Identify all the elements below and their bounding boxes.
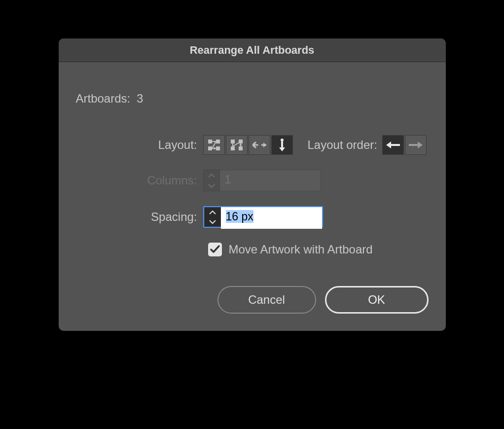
svg-rect-2 xyxy=(208,146,212,150)
spacing-input[interactable]: 16 px xyxy=(221,207,322,229)
spacing-row: Spacing: 16 px xyxy=(76,206,429,228)
columns-input-group: 1 xyxy=(203,170,321,191)
layout-order-ltr-button[interactable] xyxy=(382,135,404,155)
columns-row: Columns: 1 xyxy=(76,170,429,191)
move-artwork-row: Move Artwork with Artboard xyxy=(208,243,429,256)
grid-z-icon xyxy=(208,139,220,151)
rearrange-artboards-dialog: Rearrange All Artboards Artboards: 3 Lay… xyxy=(59,38,446,331)
columns-input: 1 xyxy=(220,170,321,191)
layout-arrange-by-column-button[interactable] xyxy=(271,135,293,155)
dialog-buttons: Cancel OK xyxy=(76,286,429,314)
layout-order-rtl-button[interactable] xyxy=(405,135,427,155)
dialog-content: Artboards: 3 Layout: xyxy=(59,62,446,331)
spacing-stepper[interactable] xyxy=(204,207,221,227)
grid-n-icon xyxy=(230,139,243,151)
ok-button[interactable]: OK xyxy=(325,286,429,314)
layout-order-group xyxy=(382,135,427,155)
svg-rect-0 xyxy=(208,140,212,143)
dialog-titlebar: Rearrange All Artboards xyxy=(59,38,446,62)
chevron-down-icon xyxy=(208,184,215,188)
columns-stepper xyxy=(203,170,220,191)
spacing-value: 16 px xyxy=(226,210,253,223)
artboards-label: Artboards: xyxy=(76,92,131,105)
svg-rect-4 xyxy=(231,140,235,143)
svg-rect-7 xyxy=(239,146,243,150)
layout-grid-by-row-button[interactable] xyxy=(203,135,225,155)
spacing-stepper-down[interactable] xyxy=(205,217,220,226)
artboards-count-row: Artboards: 3 xyxy=(76,92,429,106)
layout-row: Layout: xyxy=(76,135,429,155)
chevron-up-icon xyxy=(208,174,215,178)
arrow-left-right-icon xyxy=(252,141,266,149)
layout-grid-by-column-button[interactable] xyxy=(226,135,248,155)
chevron-down-icon xyxy=(209,220,216,224)
move-artwork-checkbox[interactable] xyxy=(208,243,222,256)
columns-label: Columns: xyxy=(76,174,203,187)
layout-options-group xyxy=(203,135,293,155)
arrow-left-icon xyxy=(386,141,400,149)
arrow-right-icon xyxy=(409,141,423,149)
svg-rect-3 xyxy=(216,146,220,150)
arrow-down-icon xyxy=(278,139,286,151)
layout-arrange-by-row-button[interactable] xyxy=(249,135,270,155)
layout-order-label: Layout order: xyxy=(308,138,377,152)
columns-stepper-up xyxy=(204,170,219,180)
cancel-button[interactable]: Cancel xyxy=(217,286,316,314)
spacing-input-group: 16 px xyxy=(203,206,323,228)
checkmark-icon xyxy=(210,245,220,254)
chevron-up-icon xyxy=(209,211,216,214)
svg-rect-6 xyxy=(231,146,235,150)
columns-stepper-down xyxy=(204,180,219,191)
layout-label: Layout: xyxy=(76,138,203,152)
spacing-label: Spacing: xyxy=(76,210,203,224)
svg-rect-1 xyxy=(216,140,220,143)
dialog-title: Rearrange All Artboards xyxy=(190,44,315,57)
move-artwork-label: Move Artwork with Artboard xyxy=(229,243,373,256)
svg-point-8 xyxy=(281,139,284,142)
artboards-count: 3 xyxy=(137,92,143,105)
spacing-stepper-up[interactable] xyxy=(205,208,220,217)
